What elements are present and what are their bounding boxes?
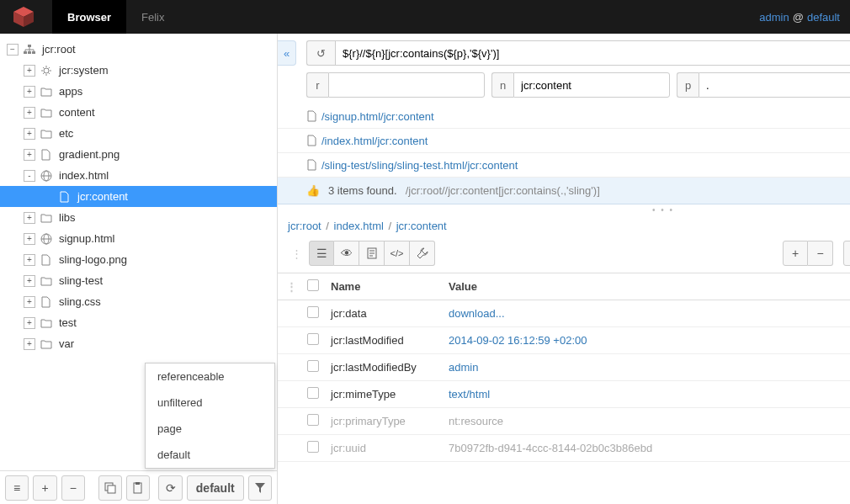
splitter[interactable]: • • • (278, 204, 850, 215)
tree-node[interactable]: +sling-test (0, 270, 277, 291)
result-row[interactable]: /index.html/jcr:contentnt:resource (278, 129, 850, 153)
expander-icon[interactable]: + (24, 296, 35, 308)
tree-root[interactable]: −jcr:root (0, 39, 277, 60)
list-view-button[interactable]: ☰ (309, 241, 334, 266)
param-r-input[interactable] (328, 72, 485, 98)
tree-node[interactable]: +jcr:system (0, 60, 277, 81)
summary-count: 3 items found. (328, 184, 397, 197)
expander-icon[interactable]: + (24, 65, 35, 77)
expander-icon[interactable]: + (24, 149, 35, 161)
expander-icon[interactable]: + (24, 107, 35, 119)
prop-value[interactable]: download... (444, 300, 850, 327)
row-checkbox[interactable] (307, 441, 319, 453)
table-row[interactable]: jcr:uuid7b0972fb-d941-4ccc-8144-02b0c3b8… (278, 435, 850, 462)
prop-value[interactable]: text/html (444, 381, 850, 408)
expander-icon[interactable]: + (24, 86, 35, 98)
result-row[interactable]: /sling-test/sling/sling-test.html/jcr:co… (278, 153, 850, 178)
table-row[interactable]: jcr:lastModified2014-09-02 16:12:59 +02:… (278, 327, 850, 354)
preview-button[interactable]: 👁 (334, 241, 359, 266)
doc-view-button[interactable] (359, 241, 385, 266)
copy-prop-button[interactable] (843, 241, 850, 266)
refresh-button[interactable]: ⟳ (158, 475, 182, 501)
row-checkbox[interactable] (307, 306, 319, 318)
tree-node[interactable]: +apps (0, 81, 277, 102)
table-row[interactable]: jcr:datadownload...falseBinaryfalse (278, 300, 850, 327)
tree-node[interactable]: +gradient.png (0, 144, 277, 165)
file-icon (59, 191, 72, 203)
breadcrumb-item[interactable]: jcr:content (396, 220, 447, 232)
add-prop-button[interactable]: + (783, 241, 808, 266)
expander-icon[interactable]: + (24, 338, 35, 350)
add-node-button[interactable]: + (33, 475, 56, 501)
row-checkbox[interactable] (307, 333, 319, 345)
row-checkbox[interactable] (307, 414, 319, 426)
tree-node[interactable]: +sling-logo.png (0, 249, 277, 270)
prop-value[interactable]: 2014-09-02 16:12:59 +02:00 (444, 327, 850, 354)
copy-button[interactable] (98, 475, 122, 501)
param-p-input[interactable] (699, 72, 850, 98)
expander-icon[interactable]: - (24, 170, 35, 182)
table-row[interactable]: jcr:mimeTypetext/htmlfalseStringfalse (278, 381, 850, 408)
prop-value[interactable]: admin (444, 354, 850, 381)
svg-point-7 (44, 68, 49, 73)
tree-node[interactable]: +var (0, 333, 277, 354)
remove-prop-button[interactable]: − (808, 241, 833, 266)
expander-icon[interactable]: − (7, 44, 19, 56)
param-n-input[interactable] (513, 72, 670, 98)
tree-node[interactable]: +signup.html (0, 228, 277, 249)
tree-node[interactable]: +content (0, 102, 277, 123)
file-icon (306, 159, 321, 171)
row-checkbox[interactable] (307, 360, 319, 372)
history-button[interactable]: ↺ (306, 40, 335, 66)
result-path[interactable]: /sling-test/sling/sling-test.html/jcr:co… (321, 159, 850, 172)
table-row[interactable]: jcr:primaryTypent:resourcefalseNametrue (278, 408, 850, 435)
drag-handle-icon[interactable]: ⋮ (283, 280, 297, 293)
tools-button[interactable] (410, 241, 435, 266)
tree-label: test (59, 316, 77, 329)
expander-icon[interactable]: + (24, 128, 35, 140)
tree-node[interactable]: jcr:content (0, 186, 277, 207)
menu-button[interactable]: ≡ (5, 475, 29, 501)
result-row[interactable]: /signup.html/jcr:contentnt:resource (278, 104, 850, 129)
folder-icon (40, 318, 54, 328)
tree-node[interactable]: +libs (0, 207, 277, 228)
drag-handle-icon[interactable]: ⋮ (288, 247, 302, 260)
table-row[interactable]: jcr:lastModifiedByadminfalseStringtrue (278, 354, 850, 381)
tree-label: apps (59, 85, 82, 98)
mode-button[interactable]: default (187, 475, 244, 501)
col-name[interactable]: Name (326, 273, 444, 300)
ctx-item[interactable]: page (146, 416, 274, 442)
expander-icon[interactable]: + (24, 254, 35, 266)
tree-node[interactable]: +test (0, 312, 277, 333)
ctx-item[interactable]: default (146, 442, 274, 468)
row-checkbox[interactable] (307, 387, 319, 399)
expander-icon[interactable]: + (24, 317, 35, 329)
collapse-sidebar-button[interactable]: « (278, 40, 296, 66)
user-at: @ (793, 11, 804, 24)
tree-filter-button[interactable] (248, 475, 272, 501)
tree-node[interactable]: +sling.css (0, 291, 277, 312)
query-input[interactable] (335, 40, 850, 66)
breadcrumb-item[interactable]: jcr:root (288, 220, 321, 232)
prop-name: jcr:primaryType (326, 408, 444, 435)
svg-rect-15 (108, 485, 115, 493)
code-view-button[interactable]: </> (385, 241, 410, 266)
tree-node[interactable]: +etc (0, 123, 277, 144)
tenant-link[interactable]: default (807, 11, 840, 24)
col-value[interactable]: Value (444, 273, 850, 300)
paste-button[interactable] (126, 475, 150, 501)
select-all-checkbox[interactable] (307, 279, 319, 291)
remove-node-button[interactable]: − (61, 475, 85, 501)
user-link[interactable]: admin (759, 11, 789, 24)
expander-icon[interactable]: + (24, 212, 35, 224)
breadcrumb-item[interactable]: index.html (334, 220, 384, 232)
expander-icon[interactable]: + (24, 275, 35, 287)
result-path[interactable]: /index.html/jcr:content (321, 135, 850, 147)
ctx-item[interactable]: unfiltered (146, 390, 274, 416)
nav-tab-felix[interactable]: Felix (126, 0, 179, 34)
result-path[interactable]: /signup.html/jcr:content (321, 110, 850, 123)
ctx-item[interactable]: referenceable (146, 363, 274, 390)
nav-tab-browser[interactable]: Browser (52, 0, 126, 34)
expander-icon[interactable]: + (24, 233, 35, 245)
tree-node[interactable]: -index.html (0, 165, 277, 186)
